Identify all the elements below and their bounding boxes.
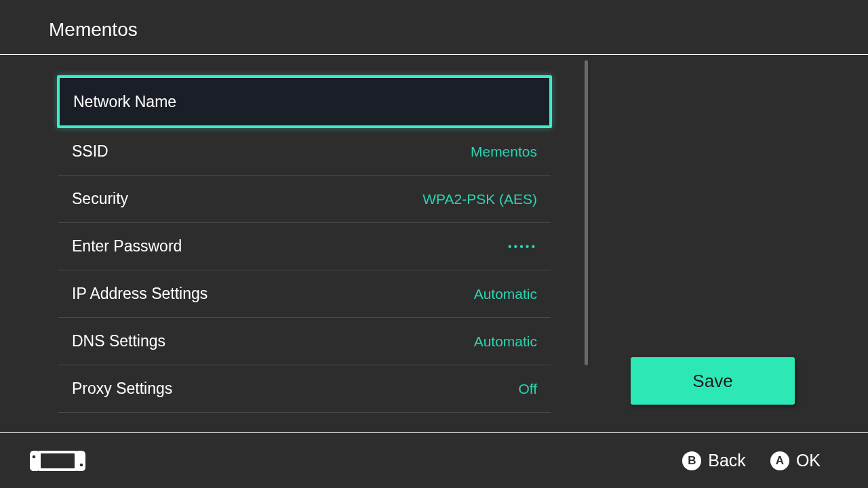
b-button-icon: B xyxy=(682,451,701,470)
setting-value: Mementos xyxy=(471,144,537,160)
a-button-icon: A xyxy=(770,451,789,470)
setting-label: Enter Password xyxy=(72,237,182,256)
setting-value: ••••• xyxy=(508,241,537,253)
setting-value: WPA2-PSK (AES) xyxy=(422,191,537,207)
setting-dns[interactable]: DNS Settings Automatic xyxy=(58,318,551,365)
setting-label: Network Name xyxy=(73,93,176,111)
setting-enter-password[interactable]: Enter Password ••••• xyxy=(58,223,551,270)
setting-value: Automatic xyxy=(474,286,537,302)
content-area: Network Name SSID Mementos Security WPA2… xyxy=(0,55,868,426)
setting-label: DNS Settings xyxy=(72,332,165,350)
settings-panel: Network Name SSID Mementos Security WPA2… xyxy=(0,55,585,426)
controller-icon xyxy=(28,449,87,472)
svg-point-3 xyxy=(80,463,83,466)
settings-list: Network Name SSID Mementos Security WPA2… xyxy=(58,75,551,413)
save-button[interactable]: Save xyxy=(631,357,795,405)
setting-security[interactable]: Security WPA2-PSK (AES) xyxy=(58,176,551,223)
setting-label: Security xyxy=(72,190,128,208)
back-button[interactable]: B Back xyxy=(682,451,746,470)
setting-label: SSID xyxy=(72,142,108,161)
setting-value: Automatic xyxy=(474,333,537,350)
side-panel: Save xyxy=(585,55,868,426)
header: Mementos xyxy=(0,0,868,55)
footer: B Back A OK xyxy=(0,432,868,488)
setting-ssid[interactable]: SSID Mementos xyxy=(58,128,551,176)
back-label: Back xyxy=(708,451,746,470)
svg-point-2 xyxy=(33,455,36,458)
page-title: Mementos xyxy=(49,19,868,41)
footer-buttons: B Back A OK xyxy=(682,451,821,470)
svg-rect-1 xyxy=(41,453,75,468)
setting-label: IP Address Settings xyxy=(72,285,208,303)
setting-ip-address[interactable]: IP Address Settings Automatic xyxy=(58,270,551,318)
setting-label: Proxy Settings xyxy=(72,380,172,398)
setting-value: Off xyxy=(518,381,537,397)
setting-proxy[interactable]: Proxy Settings Off xyxy=(58,365,551,413)
ok-button[interactable]: A OK xyxy=(770,451,821,470)
ok-label: OK xyxy=(796,451,821,470)
setting-network-name[interactable]: Network Name xyxy=(57,75,552,128)
